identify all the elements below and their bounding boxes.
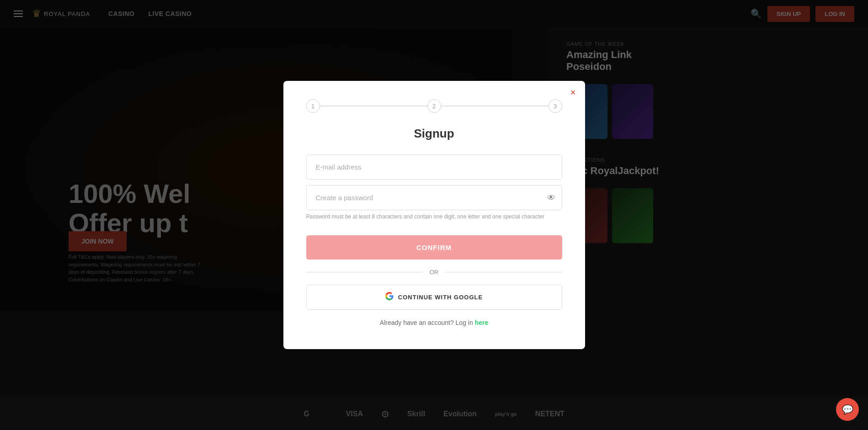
or-line-right [445,272,562,272]
confirm-button[interactable]: CONFIRM [306,235,562,260]
chat-button[interactable]: 💬 [836,398,859,421]
login-link[interactable]: here [475,319,489,326]
or-divider: OR [306,269,562,276]
already-account: Already have an account? Log in here [306,319,562,326]
password-input[interactable] [306,185,562,210]
modal-title: Signup [306,127,562,141]
already-text: Already have an account? Log in [380,319,473,326]
password-group: 👁 Password must be at least 8 characters… [306,185,562,221]
google-button-label: CONTINUE WITH GOOGLE [398,294,483,301]
google-icon [385,292,394,303]
modal-overlay: × 1 2 3 Signup 👁 Password must be at lea… [0,0,868,430]
step-line-1 [320,106,427,106]
signup-stepper: 1 2 3 [306,99,562,113]
close-button[interactable]: × [570,88,576,97]
google-button[interactable]: CONTINUE WITH GOOGLE [306,285,562,310]
password-wrapper: 👁 [306,185,562,210]
step-line-2 [441,106,548,106]
email-input[interactable] [306,154,562,180]
step-1: 1 [306,99,320,113]
or-text: OR [430,269,439,276]
step-2: 2 [427,99,441,113]
email-group [306,154,562,180]
toggle-password-icon[interactable]: 👁 [547,193,555,202]
signup-modal: × 1 2 3 Signup 👁 Password must be at lea… [283,81,585,349]
step-3: 3 [548,99,562,113]
or-line-left [306,272,423,272]
password-hint: Password must be at least 8 characters a… [306,213,562,221]
